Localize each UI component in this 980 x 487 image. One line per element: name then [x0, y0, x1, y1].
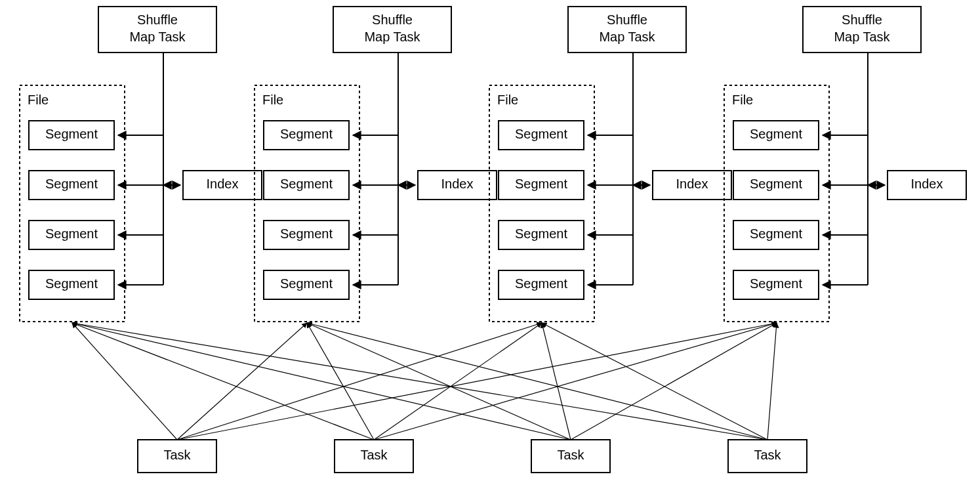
- file-label: File: [497, 93, 518, 107]
- task-to-file-edge: [307, 323, 571, 440]
- task-label: Task: [163, 448, 191, 462]
- index-label: Index: [911, 177, 943, 191]
- task-to-file-edge: [72, 323, 571, 440]
- task-to-file-edge: [72, 323, 374, 440]
- file-label: File: [732, 93, 753, 107]
- segment-label: Segment: [280, 276, 333, 291]
- task-label: Task: [557, 448, 584, 462]
- segment-label: Segment: [280, 177, 333, 191]
- segment-label: Segment: [515, 276, 567, 291]
- segment-label: Segment: [515, 226, 567, 241]
- segment-label: Segment: [45, 177, 98, 191]
- task-label: Task: [754, 448, 781, 462]
- segment-label: Segment: [280, 226, 333, 241]
- task-to-file-edge: [177, 323, 542, 440]
- shuffle-label-1: Shuffle: [372, 12, 413, 27]
- shuffle-diagram: ShuffleMap TaskFileSegmentSegmentSegment…: [0, 0, 980, 487]
- task-to-file-edge: [177, 323, 307, 440]
- task-to-file-edge: [72, 323, 177, 440]
- shuffle-label-2: Map Task: [834, 30, 890, 44]
- segment-label: Segment: [750, 177, 802, 191]
- segment-label: Segment: [750, 226, 802, 241]
- shuffle-label-1: Shuffle: [607, 12, 647, 27]
- segment-label: Segment: [515, 127, 567, 141]
- index-label: Index: [676, 177, 708, 191]
- task-to-file-edge: [307, 323, 767, 440]
- segment-label: Segment: [45, 226, 98, 241]
- index-label: Index: [207, 177, 239, 191]
- task-to-file-edge: [571, 323, 777, 440]
- file-label: File: [28, 93, 49, 107]
- file-label: File: [262, 93, 283, 107]
- segment-label: Segment: [515, 177, 567, 191]
- task-to-file-edge: [177, 323, 777, 440]
- task-to-file-edge: [72, 323, 767, 440]
- segment-label: Segment: [45, 276, 98, 291]
- shuffle-label-2: Map Task: [599, 30, 655, 44]
- index-label: Index: [441, 177, 474, 191]
- task-label: Task: [360, 448, 388, 462]
- task-to-file-edge: [767, 323, 777, 440]
- task-to-file-edge: [307, 323, 374, 440]
- segment-label: Segment: [280, 127, 333, 141]
- task-to-file-edge: [542, 323, 571, 440]
- segment-label: Segment: [750, 276, 802, 291]
- shuffle-label-1: Shuffle: [137, 12, 178, 27]
- task-to-file-edge: [374, 323, 542, 440]
- segment-label: Segment: [750, 127, 802, 141]
- shuffle-label-2: Map Task: [129, 30, 186, 44]
- shuffle-label-1: Shuffle: [842, 12, 882, 27]
- segment-label: Segment: [45, 127, 98, 141]
- shuffle-label-2: Map Task: [364, 30, 420, 44]
